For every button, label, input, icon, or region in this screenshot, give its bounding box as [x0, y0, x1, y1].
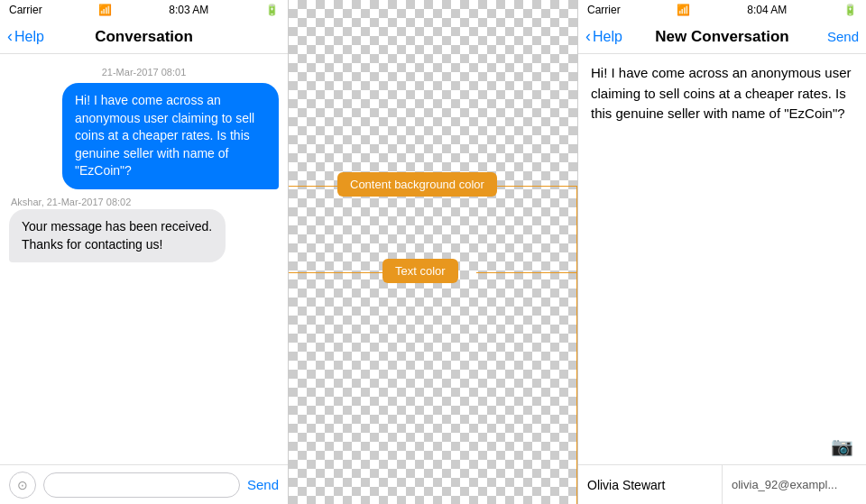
text-color-line-left: [289, 272, 382, 273]
left-messages-area: 21-Mar-2017 08:01 Hi! I have come across…: [0, 54, 288, 464]
right-time: 8:04 AM: [747, 4, 787, 16]
right-carrier: Carrier: [587, 4, 621, 16]
right-nav-title: New Conversation: [655, 28, 788, 46]
left-nav-title: Conversation: [95, 28, 193, 46]
left-input-bar: ⊙ Send: [0, 464, 288, 504]
right-back-button[interactable]: ‹ Help: [585, 27, 622, 46]
left-time: 8:03 AM: [169, 4, 208, 16]
phone-right: Carrier 📶 8:04 AM 🔋 ‹ Help New Conversat…: [577, 0, 866, 504]
left-status-bar: Carrier 📶 8:03 AM 🔋: [0, 0, 288, 20]
right-camera-icon[interactable]: 📷: [831, 435, 853, 457]
right-back-label: Help: [593, 29, 622, 45]
right-camera-area: 📷: [578, 428, 866, 464]
contact-name-cell: Olivia Stewart: [578, 465, 723, 504]
right-back-chevron-icon: ‹: [585, 27, 591, 46]
phone-left: Carrier 📶 8:03 AM 🔋 ‹ Help Conversation …: [0, 0, 289, 504]
left-camera-icon: ⊙: [17, 478, 28, 492]
right-nav-bar: ‹ Help New Conversation Send: [578, 20, 866, 54]
middle-annotation-area: Content background color Text color: [289, 0, 577, 504]
left-back-label: Help: [14, 29, 44, 45]
sent-bubble: Hi! I have come across an anonymous user…: [62, 83, 279, 189]
left-wifi-icon: 📶: [98, 4, 112, 16]
content-bg-line-left: [289, 186, 337, 187]
content-bg-badge: Content background color: [337, 172, 497, 197]
content-bg-line-right: [494, 186, 577, 187]
text-color-badge: Text color: [382, 259, 458, 283]
left-nav-bar: ‹ Help Conversation: [0, 20, 288, 54]
left-back-chevron-icon: ‹: [7, 27, 13, 46]
right-battery-icon: 🔋: [843, 4, 857, 16]
received-message-row: Akshar, 21-Mar-2017 08:02 Your message h…: [9, 197, 279, 262]
timestamp-1: 21-Mar-2017 08:01: [9, 67, 279, 78]
contact-bar: Olivia Stewart olivia_92@exampl...: [578, 464, 866, 504]
right-status-bar: Carrier 📶 8:04 AM 🔋: [578, 0, 866, 20]
left-camera-button[interactable]: ⊙: [9, 472, 36, 499]
right-message-text: Hi! I have come across an anonymous user…: [591, 63, 853, 124]
received-bubble: Your message has been received. Thanks f…: [9, 209, 226, 262]
right-send-button[interactable]: Send: [827, 29, 859, 44]
annotation-vertical-line: [576, 186, 577, 504]
contact-email: olivia_92@exampl...: [732, 478, 837, 491]
left-battery-icon: 🔋: [265, 4, 279, 16]
sent-message-row: Hi! I have come across an anonymous user…: [9, 83, 279, 189]
left-send-button[interactable]: Send: [247, 477, 279, 492]
right-wifi-icon: 📶: [677, 4, 690, 16]
contact-email-cell: olivia_92@exampl...: [723, 465, 866, 504]
right-message-display: Hi! I have come across an anonymous user…: [578, 54, 866, 428]
text-color-line-right: [476, 272, 577, 273]
contact-name: Olivia Stewart: [587, 478, 665, 492]
left-carrier: Carrier: [9, 4, 42, 16]
sender-label: Akshar, 21-Mar-2017 08:02: [11, 197, 279, 207]
left-text-input[interactable]: [43, 472, 240, 498]
left-back-button[interactable]: ‹ Help: [7, 27, 44, 46]
